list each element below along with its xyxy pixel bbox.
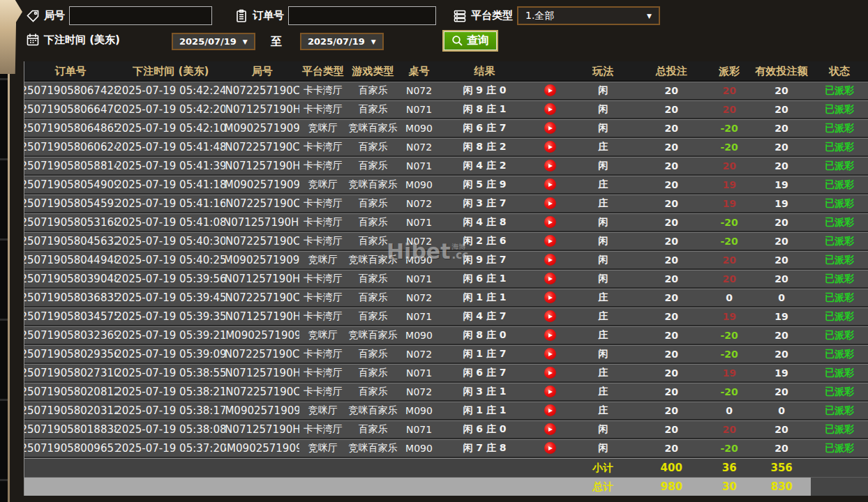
cell-table-no: N071 (400, 307, 439, 325)
cell-status: 已派彩 (811, 345, 868, 363)
subtotal-total-bet: 400 (636, 459, 706, 477)
play-icon[interactable] (544, 386, 556, 397)
cell-valid-bet: 20 (752, 439, 811, 457)
cell-total-bet: 20 (636, 251, 706, 268)
table-header: 订单号 下注时间 (美东) 局号 平台类型 游戏类型 桌号 结果 玩法 总投注 … (24, 61, 868, 82)
cell-game: 百家乐 (347, 213, 400, 231)
cell-status: 已派彩 (811, 420, 868, 438)
play-icon[interactable] (544, 404, 556, 416)
cell-result: 闲 1 庄 7 (439, 345, 531, 363)
cell-valid-bet: 20 (752, 138, 811, 155)
cell-payout: 19 (706, 195, 752, 212)
play-icon[interactable] (544, 348, 556, 360)
cell-round-no: GN071257190HR (225, 420, 299, 438)
play-icon[interactable] (544, 367, 556, 379)
header-order-no: 订单号 (24, 61, 117, 81)
cell-bet-on: 庄 (569, 326, 636, 344)
play-icon[interactable] (544, 442, 556, 454)
cell-round-no: GM0902571909N (225, 176, 299, 193)
search-button[interactable]: 查询 (442, 30, 498, 52)
cell-status: 已派彩 (811, 176, 868, 193)
replay-cell (530, 251, 569, 268)
play-icon[interactable] (544, 141, 556, 153)
order-no-filter: 订单号 (234, 6, 436, 25)
play-icon[interactable] (544, 310, 556, 322)
date-from-picker[interactable]: 2025/07/19 ▼ (172, 33, 255, 50)
replay-cell (530, 119, 569, 137)
play-icon[interactable] (544, 273, 556, 284)
cell-platform: 竞咪厅 (299, 402, 347, 419)
cell-platform: 卡卡湾厅 (299, 270, 347, 287)
cell-status: 已派彩 (811, 289, 868, 306)
cell-bet-time: 2025-07-19 05:37:20 (117, 439, 225, 457)
cell-table-no: N072 (400, 232, 439, 250)
cell-valid-bet: 0 (752, 402, 811, 419)
play-icon[interactable] (544, 329, 556, 341)
cell-total-bet: 20 (636, 307, 706, 325)
cell-bet-on: 闲 (569, 420, 636, 438)
table-row: 2507190580188382025-07-19 05:38:08GN0712… (24, 420, 868, 439)
cell-table-no: N072 (400, 345, 439, 363)
cell-order-no: 250719058018838 (24, 420, 117, 438)
cell-result: 闲 6 庄 7 (439, 364, 531, 381)
platform-type-select[interactable]: 1.全部 ▼ (517, 6, 660, 25)
calendar-icon (26, 33, 40, 47)
cell-status: 已派彩 (811, 232, 868, 250)
table-row: 2507190580531682025-07-19 05:41:08GN0712… (24, 213, 868, 232)
cell-table-no: N072 (400, 195, 439, 212)
cell-bet-time: 2025-07-19 05:42:24 (117, 82, 225, 99)
cell-total-bet: 20 (636, 213, 706, 231)
cell-total-bet: 20 (636, 383, 706, 400)
cell-platform: 卡卡湾厅 (299, 420, 347, 438)
replay-cell (530, 420, 569, 438)
cell-platform: 卡卡湾厅 (299, 289, 347, 306)
play-icon[interactable] (544, 291, 556, 303)
cell-bet-on: 庄 (569, 138, 636, 155)
cell-valid-bet: 20 (752, 383, 811, 400)
play-icon[interactable] (544, 235, 556, 247)
cell-bet-on: 闲 (569, 119, 636, 137)
play-icon[interactable] (544, 84, 556, 96)
cell-bet-time: 2025-07-19 05:41:39 (117, 157, 225, 174)
play-icon[interactable] (544, 423, 556, 435)
search-button-label: 查询 (467, 33, 489, 48)
order-no-label: 订单号 (253, 9, 284, 22)
replay-cell (530, 270, 569, 287)
play-icon[interactable] (544, 216, 556, 228)
cell-game: 百家乐 (347, 100, 400, 118)
cell-total-bet: 20 (636, 345, 706, 363)
cell-order-no: 250719058044948 (24, 251, 117, 268)
play-icon[interactable] (544, 178, 556, 190)
cell-round-no: GN072257190CQ (225, 345, 299, 363)
cell-bet-on: 闲 (569, 157, 636, 174)
date-to-picker[interactable]: 2025/07/19 ▼ (300, 33, 384, 50)
chevron-down-icon: ▼ (647, 13, 652, 20)
cell-bet-time: 2025-07-19 05:39:09 (117, 345, 225, 363)
replay-cell (530, 100, 569, 118)
replay-cell (530, 82, 569, 99)
cell-table-no: M090 (400, 119, 439, 137)
cell-result: 闲 9 庄 0 (439, 82, 531, 99)
cell-round-no: GN071257190HW (225, 213, 299, 231)
round-no-input[interactable] (69, 6, 212, 25)
cell-bet-on: 闲 (569, 345, 636, 363)
play-icon[interactable] (544, 103, 556, 115)
cell-bet-time: 2025-07-19 05:42:20 (117, 100, 225, 118)
cell-status: 已派彩 (811, 364, 868, 381)
cell-table-no: N071 (400, 364, 439, 381)
cell-table-no: M090 (400, 176, 439, 193)
play-icon[interactable] (544, 160, 556, 172)
table-row: 2507190580588142025-07-19 05:41:39GN0712… (24, 157, 868, 176)
play-icon[interactable] (544, 254, 556, 266)
order-no-input[interactable] (288, 6, 436, 25)
replay-cell (530, 402, 569, 419)
cell-round-no: GN071257190HS (225, 364, 299, 381)
cell-game: 百家乐 (347, 383, 400, 400)
cell-bet-on: 闲 (569, 270, 636, 287)
cell-table-no: N072 (400, 383, 439, 400)
play-icon[interactable] (544, 122, 556, 134)
cell-order-no: 250719058054593 (24, 195, 117, 212)
cell-result: 闲 1 庄 1 (439, 289, 531, 306)
play-icon[interactable] (544, 197, 556, 209)
cell-valid-bet: 20 (752, 213, 811, 231)
